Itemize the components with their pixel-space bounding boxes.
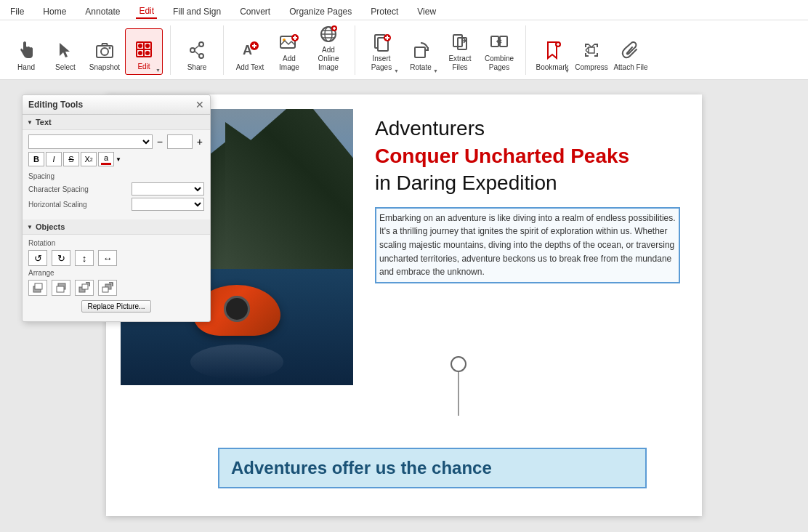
menu-organize[interactable]: Organize Pages (286, 5, 355, 18)
font-size-plus[interactable]: + (195, 136, 204, 148)
svg-rect-42 (500, 36, 507, 47)
edit-arrow: ▼ (155, 68, 161, 73)
menu-fill-sign[interactable]: Fill and Sign (170, 5, 224, 18)
char-spacing-select[interactable] (132, 182, 204, 196)
add-text-icon: A (238, 39, 262, 62)
rotation-handle[interactable] (451, 356, 466, 416)
article-subtitle: Conquer Uncharted Peaks (375, 144, 680, 169)
ribbon-group-pages: Insert Pages ▼ Rotate ▼ Ex (363, 25, 526, 75)
panel-close-button[interactable]: ✕ (195, 99, 204, 110)
menu-annotate[interactable]: Annotate (82, 5, 123, 18)
add-online-image-label: Add Online Image (311, 46, 346, 72)
document-area: Adventurers Conquer Uncharted Peaks in D… (0, 80, 808, 532)
add-image-label: Add Image (272, 55, 307, 72)
svg-point-2 (109, 47, 111, 49)
horiz-scaling-select[interactable] (132, 198, 204, 211)
flip-h-button[interactable]: ↔ (98, 250, 117, 266)
text-section-header[interactable]: ▼ Text (23, 115, 210, 130)
strikethrough-button[interactable]: S (63, 152, 79, 166)
ribbon-add-image-button[interactable]: Add Image (270, 28, 308, 75)
snapshot-label: Snapshot (89, 63, 120, 72)
objects-section-body: Rotation ↺ ↻ ↕ ↔ Arrange (23, 235, 210, 321)
article-body[interactable]: Embarking on an adventure is like diving… (375, 207, 680, 283)
add-text-label: Add Text (236, 63, 264, 72)
arrange-back-button[interactable] (52, 280, 70, 296)
svg-point-7 (138, 44, 142, 48)
arrange-forward-button[interactable] (75, 280, 94, 296)
ribbon-hand-button[interactable]: Hand (7, 28, 45, 75)
menu-view[interactable]: View (414, 5, 439, 18)
ribbon-select-button[interactable]: Select (47, 28, 84, 75)
bookmark-icon (541, 39, 564, 62)
menu-edit[interactable]: Edit (136, 4, 157, 19)
floating-textbox[interactable]: Adventures offer us the chance (218, 448, 647, 488)
ribbon-extract-button[interactable]: Extract Files (441, 28, 479, 75)
italic-button[interactable]: I (46, 152, 62, 166)
menu-protect[interactable]: Protect (368, 5, 401, 18)
arrange-backward-button[interactable] (98, 280, 117, 296)
ribbon-rotate-button[interactable]: Rotate ▼ (402, 28, 440, 75)
menu-file[interactable]: File (7, 5, 27, 18)
ribbon: Hand Select Snapshot (0, 20, 808, 80)
objects-section-label: Objects (36, 222, 65, 231)
horiz-scaling-row: Horizontal Scaling (28, 198, 204, 211)
svg-rect-46 (589, 47, 594, 53)
ribbon-add-online-image-button[interactable]: Add Online Image (310, 28, 347, 75)
camera-icon (93, 39, 116, 62)
rotate-cw-button[interactable]: ↻ (52, 250, 70, 266)
bold-button[interactable]: B (28, 152, 44, 166)
underline-dropdown-arrow[interactable]: ▼ (116, 156, 121, 163)
rotation-circle (451, 356, 466, 372)
bookmark-arrow: ▼ (565, 68, 570, 73)
font-size-minus[interactable]: − (155, 136, 164, 148)
svg-point-10 (145, 51, 150, 55)
share-label: Share (187, 63, 207, 72)
objects-section-header[interactable]: ▼ Objects (23, 219, 210, 235)
font-size-input[interactable] (167, 134, 193, 149)
svg-rect-48 (35, 283, 42, 289)
article-title: Adventurers (375, 116, 680, 141)
ribbon-share-button[interactable]: Share (178, 28, 216, 75)
rotate-arrow: ▼ (433, 68, 438, 73)
extract-label: Extract Files (443, 55, 477, 72)
ribbon-group-add: A Add Text Add Image (231, 25, 355, 75)
ribbon-combine-button[interactable]: Combine Pages (480, 28, 518, 75)
svg-point-11 (199, 42, 203, 47)
ribbon-insert-pages-button[interactable]: Insert Pages ▼ (363, 28, 400, 75)
combine-label: Combine Pages (482, 55, 517, 72)
combine-icon (488, 31, 511, 53)
rotate-label: Rotate (410, 63, 431, 72)
flip-v-button[interactable]: ↕ (75, 250, 94, 266)
arrange-front-button[interactable] (28, 280, 47, 296)
ribbon-edit-button[interactable]: Edit ▼ (125, 28, 163, 75)
ribbon-add-text-button[interactable]: A Add Text (231, 28, 269, 75)
compress-icon (580, 39, 603, 62)
insert-pages-icon (370, 31, 393, 53)
ribbon-attach-button[interactable]: Attach File (612, 28, 650, 75)
extract-icon (448, 31, 472, 53)
insert-pages-arrow: ▼ (394, 68, 399, 73)
edit-icon (132, 38, 155, 61)
floating-text: Adventures offer us the chance (231, 458, 492, 477)
ribbon-group-share: Share (178, 25, 224, 75)
underline-color-button[interactable]: a (98, 152, 114, 166)
superscript-button[interactable]: X2 (81, 152, 97, 166)
menu-convert[interactable]: Convert (237, 5, 273, 18)
svg-point-12 (190, 48, 195, 52)
spacing-header: Spacing (28, 172, 204, 180)
svg-point-8 (145, 44, 150, 48)
svg-point-1 (101, 48, 108, 55)
ribbon-bookmark-button[interactable]: Bookmark ▼ (533, 28, 571, 75)
hand-icon (15, 39, 38, 62)
rotate-ccw-button[interactable]: ↺ (28, 250, 47, 266)
font-family-select[interactable] (28, 134, 153, 149)
ribbon-snapshot-button[interactable]: Snapshot (86, 28, 124, 75)
replace-picture-button[interactable]: Replace Picture... (81, 300, 152, 313)
ribbon-compress-button[interactable]: Compress (573, 28, 610, 75)
svg-rect-52 (82, 284, 88, 289)
underline-a-letter: a (104, 154, 108, 162)
arrange-label: Arrange (28, 269, 204, 277)
main-content: Adventurers Conquer Uncharted Peaks in D… (0, 80, 808, 532)
menu-home[interactable]: Home (40, 5, 69, 18)
svg-rect-38 (415, 47, 425, 57)
